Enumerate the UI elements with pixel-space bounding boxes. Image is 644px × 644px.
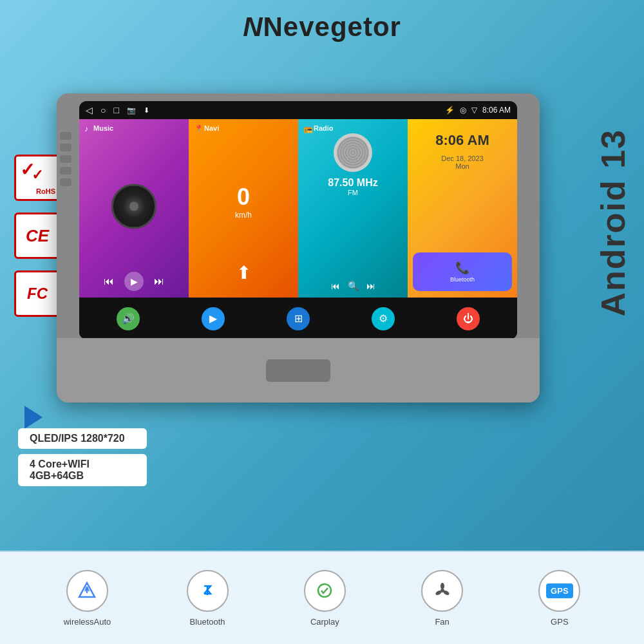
fc-badge: FC bbox=[14, 270, 61, 317]
gps-feature-label: GPS bbox=[551, 617, 568, 627]
fan-feature-label: Fan bbox=[435, 617, 449, 627]
bluetooth-feature-icon bbox=[198, 581, 217, 600]
carplay-feature-icon bbox=[314, 580, 335, 601]
side-btn-4[interactable] bbox=[60, 167, 71, 175]
wireless-auto-icon-circle bbox=[66, 570, 108, 612]
music-disc bbox=[111, 184, 156, 229]
volume-button[interactable]: 🔊 bbox=[117, 307, 140, 330]
music-label: Music bbox=[93, 124, 113, 132]
rohs-badge: ✓ RoHS bbox=[14, 155, 61, 201]
location-status-icon: ◎ bbox=[460, 106, 466, 115]
core-memory-spec: 4 Core+WIFI 4GB+64GB bbox=[18, 454, 147, 486]
download-icon: ⬇ bbox=[144, 106, 149, 115]
screen-main: ♪ Music ⏮ ▶ ⏭ 📍 Navi 0 km/h bbox=[79, 119, 517, 339]
radio-speaker bbox=[334, 133, 372, 172]
clock-tile: 8:06 AM Dec 18, 2023 Mon 📞 Bluetooth bbox=[408, 119, 517, 298]
app-tiles-row: ♪ Music ⏮ ▶ ⏭ 📍 Navi 0 km/h bbox=[79, 119, 517, 298]
status-bar: ◁ ○ □ 📷 ⬇ ⚡ ◎ ▽ 8:06 AM bbox=[79, 101, 517, 119]
navi-tile[interactable]: 📍 Navi 0 km/h ⬆ bbox=[189, 119, 298, 298]
clock-date: Dec 18, 2023 Mon bbox=[408, 155, 517, 170]
android-version-label: Android 13 bbox=[594, 129, 632, 317]
settings-button[interactable]: ⚙ bbox=[372, 307, 395, 330]
fan-feature-icon bbox=[432, 580, 453, 601]
radio-prev-button[interactable]: ⏮ bbox=[331, 281, 340, 291]
wireless-auto-icon bbox=[77, 580, 97, 601]
spec-boxes: QLED/IPS 1280*720 4 Core+WIFI 4GB+64GB bbox=[18, 428, 147, 486]
features-bar: wirelessAuto Bluetooth Carplay bbox=[0, 551, 644, 644]
carplay-feature-label: Carplay bbox=[310, 617, 339, 627]
gps-feature: GPS GPS bbox=[538, 570, 580, 627]
carplay-feature: Carplay bbox=[304, 570, 346, 627]
play-button[interactable]: ▶ bbox=[124, 272, 144, 291]
wifi-status-icon: ▽ bbox=[471, 106, 477, 115]
gps-text-label: GPS bbox=[546, 583, 573, 598]
apps-button[interactable]: ⊞ bbox=[287, 307, 310, 330]
music-tile[interactable]: ♪ Music ⏮ ▶ ⏭ bbox=[79, 119, 189, 298]
fan-icon-circle bbox=[421, 570, 463, 612]
prev-track-button[interactable]: ⏮ bbox=[104, 276, 114, 287]
car-handle bbox=[266, 359, 330, 382]
navi-arrow-icon: ⬆ bbox=[236, 262, 251, 283]
back-nav-icon[interactable]: ◁ bbox=[86, 105, 93, 115]
status-time: 8:06 AM bbox=[482, 106, 511, 115]
display-spec: QLED/IPS 1280*720 bbox=[18, 428, 147, 449]
music-controls: ⏮ ▶ ⏭ bbox=[79, 272, 189, 291]
recents-nav-icon[interactable]: □ bbox=[113, 105, 118, 115]
fan-feature: Fan bbox=[421, 570, 463, 627]
car-radio-device: ◁ ○ □ 📷 ⬇ ⚡ ◎ ▽ 8:06 AM ♪ Music bbox=[57, 93, 540, 402]
radio-freq: 87.50 MHz FM bbox=[298, 177, 408, 196]
side-buttons bbox=[60, 132, 71, 186]
radio-controls: ⏮ 🔍 ⏭ bbox=[298, 281, 408, 291]
side-btn-5[interactable] bbox=[60, 178, 71, 186]
clock-time: 8:06 AM bbox=[408, 132, 517, 149]
bluetooth-feature: Bluetooth bbox=[187, 570, 229, 627]
bluetooth-tile-icon: 📞 bbox=[455, 261, 469, 275]
wireless-auto-feature: wirelessAuto bbox=[64, 570, 111, 627]
play-bottom-button[interactable]: ▶ bbox=[202, 307, 225, 330]
bluetooth-feature-label: Bluetooth bbox=[190, 617, 225, 627]
bluetooth-icon-circle bbox=[187, 570, 229, 612]
brand-italic: N bbox=[243, 12, 263, 42]
speaker-grill bbox=[337, 137, 369, 169]
bottom-navigation-bar: 🔊 ▶ ⊞ ⚙ ⏻ bbox=[79, 298, 517, 339]
certification-badges: ✓ RoHS CE FC bbox=[14, 155, 61, 317]
status-bar-left: ◁ ○ □ 📷 ⬇ bbox=[86, 105, 149, 115]
radio-next-button[interactable]: ⏭ bbox=[366, 281, 375, 291]
screen-bezel: ◁ ○ □ 📷 ⬇ ⚡ ◎ ▽ 8:06 AM ♪ Music bbox=[79, 101, 517, 339]
home-nav-icon[interactable]: ○ bbox=[100, 105, 106, 115]
radio-tile[interactable]: 📻 Radio 87.50 MHz FM ⏮ 🔍 ⏭ bbox=[298, 119, 408, 298]
gps-icon-circle: GPS bbox=[538, 570, 580, 612]
play-arrow-icon bbox=[24, 406, 43, 429]
bluetooth-tile[interactable]: 📞 Bluetooth bbox=[413, 252, 512, 291]
brand-name: NNevegetor bbox=[243, 12, 401, 43]
navi-label: Navi bbox=[204, 124, 219, 132]
navi-icon: 📍 bbox=[194, 124, 204, 133]
svg-point-8 bbox=[440, 583, 444, 589]
power-button[interactable]: ⏻ bbox=[457, 307, 480, 330]
bluetooth-tile-label: Bluetooth bbox=[450, 276, 475, 283]
side-btn-3[interactable] bbox=[60, 155, 71, 163]
radio-search-button[interactable]: 🔍 bbox=[348, 281, 359, 291]
radio-label: Radio bbox=[314, 124, 334, 132]
bluetooth-status-icon: ⚡ bbox=[445, 106, 455, 115]
radio-icon: 📻 bbox=[303, 124, 313, 133]
screenshot-icon: 📷 bbox=[127, 106, 136, 115]
music-icon: ♪ bbox=[84, 124, 88, 133]
side-btn-2[interactable] bbox=[60, 144, 71, 151]
ce-badge: CE bbox=[14, 213, 61, 259]
next-track-button[interactable]: ⏭ bbox=[154, 276, 164, 287]
wireless-auto-label: wirelessAuto bbox=[64, 617, 111, 627]
navi-speed: 0 km/h bbox=[235, 183, 252, 219]
carplay-icon-circle bbox=[304, 570, 346, 612]
side-btn-1[interactable] bbox=[60, 132, 71, 140]
car-radio-bottom bbox=[57, 338, 540, 402]
status-bar-right: ⚡ ◎ ▽ 8:06 AM bbox=[445, 106, 511, 115]
